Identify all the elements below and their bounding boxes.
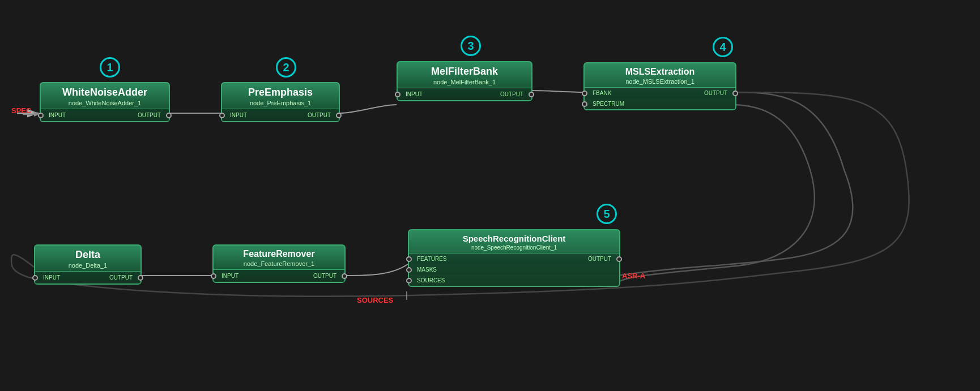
node-title: FeatureRemover [214, 246, 344, 260]
port-fbank: FBANK [585, 89, 616, 97]
node-title: MelFilterBank [398, 62, 531, 79]
node-speech-recognition-client[interactable]: SpeechRecognitionClient node_SpeechRecog… [408, 229, 620, 287]
connection-lines [0, 0, 980, 391]
port-output: OUTPUT [133, 111, 169, 119]
node-title: WhiteNoiseAdder [41, 83, 169, 100]
node-ports: INPUT OUTPUT [41, 109, 169, 121]
port-sources: SOURCES [409, 276, 449, 285]
port-input: INPUT [35, 273, 65, 282]
asr-label: ASR-A [622, 272, 645, 280]
node-msls-extraction[interactable]: MSLSExtraction node_MSLSExtraction_1 FBA… [583, 62, 736, 110]
port-features: FEATURES [409, 255, 451, 263]
port-output: OUTPUT [105, 273, 140, 282]
node-mel-filter-bank[interactable]: MelFilterBank node_MelFilterBank_1 INPUT… [397, 61, 532, 101]
node-delta[interactable]: Delta node_Delta_1 INPUT OUTPUT [34, 244, 142, 285]
node-number-3: 3 [461, 36, 481, 56]
port-input: INPUT [222, 111, 252, 119]
port-output: OUTPUT [700, 89, 735, 97]
port-input: INPUT [214, 272, 243, 280]
svg-marker-4 [34, 112, 40, 117]
node-number-2: 2 [276, 57, 296, 78]
node-subtitle: node_WhiteNoiseAdder_1 [41, 100, 169, 109]
port-output: OUTPUT [303, 111, 339, 119]
node-title: MSLSExtraction [585, 63, 735, 78]
node-number-1: 1 [100, 57, 120, 78]
port-input: INPUT [41, 111, 70, 119]
node-ports: INPUT OUTPUT [35, 271, 140, 283]
port-output: OUTPUT [496, 90, 531, 98]
port-spectrum: SPECTRUM [585, 100, 629, 108]
port-output: OUTPUT [309, 272, 344, 280]
node-subtitle: node_PreEmphasis_1 [222, 100, 339, 109]
sources-label: SOURCES [357, 296, 393, 304]
node-title: SpeechRecognitionClient [409, 230, 619, 244]
node-subtitle: node_MelFilterBank_1 [398, 79, 531, 88]
node-subtitle: node_Delta_1 [35, 262, 140, 271]
node-number-4: 4 [713, 37, 733, 57]
node-feature-remover[interactable]: FeatureRemover node_FeatureRemover_1 INP… [212, 244, 346, 283]
node-subtitle: node_SpeechRecognitionClient_1 [409, 244, 619, 253]
node-ports: INPUT OUTPUT [222, 109, 339, 121]
node-subtitle: node_MSLSExtraction_1 [585, 78, 735, 87]
port-input: INPUT [398, 90, 427, 98]
node-white-noise-adder[interactable]: WhiteNoiseAdder node_WhiteNoiseAdder_1 I… [40, 82, 170, 122]
port-masks: MASKS [409, 265, 441, 274]
port-output-sr: OUTPUT [583, 255, 619, 263]
node-number-5: 5 [596, 204, 617, 224]
node-title: Delta [35, 246, 140, 262]
node-subtitle: node_FeatureRemover_1 [214, 260, 344, 269]
node-ports: INPUT OUTPUT [398, 88, 531, 100]
spec-arrow [23, 110, 42, 119]
node-ports: INPUT OUTPUT [214, 269, 344, 282]
node-pre-emphasis[interactable]: PreEmphasis node_PreEmphasis_1 INPUT OUT… [221, 82, 340, 122]
node-title: PreEmphasis [222, 83, 339, 100]
